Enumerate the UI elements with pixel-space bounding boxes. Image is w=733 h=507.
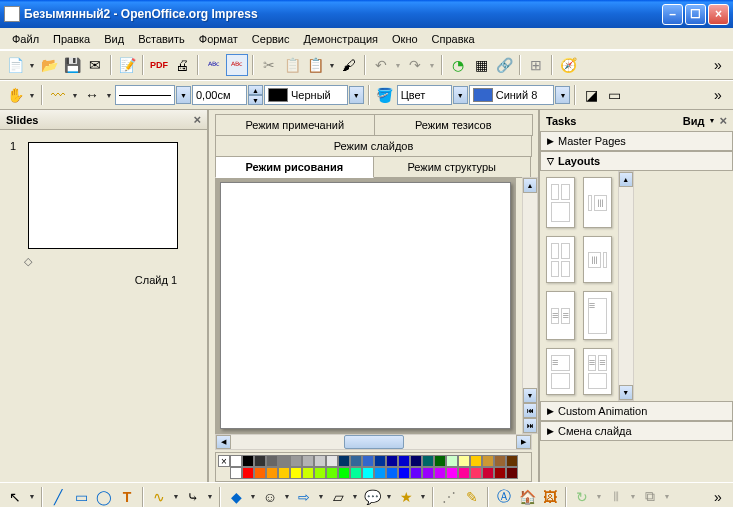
palette-color[interactable] <box>362 467 374 479</box>
connector-tool[interactable]: ⤷ <box>182 486 204 508</box>
rect-tool[interactable]: ▭ <box>70 486 92 508</box>
menu-file[interactable]: Файл <box>6 31 45 47</box>
palette-color[interactable] <box>242 455 254 467</box>
palette-color[interactable] <box>326 455 338 467</box>
palette-color[interactable] <box>278 455 290 467</box>
palette-color[interactable] <box>350 467 362 479</box>
save-button[interactable]: 💾 <box>61 54 83 76</box>
toolbar-overflow[interactable]: » <box>707 54 729 76</box>
menu-insert[interactable]: Вставить <box>132 31 191 47</box>
pointer-tool[interactable]: ↖ <box>4 486 26 508</box>
line-width-field[interactable]: 0,00см <box>192 85 247 105</box>
maximize-button[interactable]: ☐ <box>685 4 706 25</box>
palette-color[interactable] <box>434 455 446 467</box>
tab-structure[interactable]: Режим структуры <box>373 156 532 178</box>
line-color-arrow[interactable]: ▼ <box>349 86 364 104</box>
edit-points-tool[interactable]: ⋰ <box>438 486 460 508</box>
fill-type-select[interactable]: Цвет <box>397 85 452 105</box>
palette-color[interactable] <box>362 455 374 467</box>
scroll-up-arrow[interactable]: ▲ <box>523 178 537 193</box>
from-file-tool[interactable]: 🏠 <box>516 486 538 508</box>
palette-color[interactable] <box>494 455 506 467</box>
tasks-panel-close[interactable]: × <box>719 113 727 128</box>
curve-tool[interactable]: ∿ <box>148 486 170 508</box>
slide-canvas[interactable] <box>220 182 511 429</box>
palette-no-fill[interactable]: × <box>218 455 230 467</box>
menu-slideshow[interactable]: Демонстрация <box>298 31 385 47</box>
palette-color[interactable] <box>254 467 266 479</box>
palette-color[interactable] <box>482 467 494 479</box>
undo-dropdown[interactable]: ▼ <box>393 62 403 69</box>
palette-color[interactable] <box>338 455 350 467</box>
palette-color[interactable] <box>230 467 242 479</box>
palette-color[interactable] <box>350 455 362 467</box>
palette-color[interactable] <box>386 455 398 467</box>
palette-color[interactable] <box>470 467 482 479</box>
line-tool[interactable]: ╱ <box>47 486 69 508</box>
redo-dropdown[interactable]: ▼ <box>427 62 437 69</box>
scroll-left-arrow[interactable]: ◀ <box>216 435 231 449</box>
palette-color[interactable] <box>374 467 386 479</box>
fill-color-select[interactable]: Синий 8 <box>469 85 555 105</box>
menu-format[interactable]: Формат <box>193 31 244 47</box>
tab-notes[interactable]: Режим примечаний <box>215 114 375 136</box>
palette-color[interactable] <box>278 467 290 479</box>
palette-color[interactable] <box>374 455 386 467</box>
close-button[interactable]: × <box>708 4 729 25</box>
layouts-scrollbar[interactable]: ▲▼ <box>618 171 634 401</box>
line-end-start[interactable]: 〰 <box>47 84 69 106</box>
palette-color[interactable] <box>446 467 458 479</box>
chart-button[interactable]: ◔ <box>447 54 469 76</box>
width-down[interactable]: ▼ <box>248 95 263 105</box>
palette-color[interactable] <box>338 467 350 479</box>
scroll-right-arrow[interactable]: ▶ <box>516 435 531 449</box>
palette-color[interactable] <box>458 467 470 479</box>
palette-color[interactable] <box>314 467 326 479</box>
tasks-view-menu[interactable]: Вид <box>683 115 705 127</box>
menu-window[interactable]: Окно <box>386 31 424 47</box>
print-button[interactable]: 🖨 <box>171 54 193 76</box>
line-color-select[interactable]: Черный <box>264 85 348 105</box>
hscroll-thumb[interactable] <box>344 435 404 449</box>
layout-thumb[interactable] <box>546 236 575 283</box>
palette-color[interactable] <box>398 467 410 479</box>
palette-color[interactable] <box>434 467 446 479</box>
text-tool[interactable]: T <box>116 486 138 508</box>
palette-color[interactable] <box>458 455 470 467</box>
palette-color[interactable] <box>314 455 326 467</box>
fontwork-tool[interactable]: Ⓐ <box>493 486 515 508</box>
spellcheck-button[interactable]: ᴬᴮᶜ <box>203 54 225 76</box>
palette-color[interactable] <box>290 467 302 479</box>
menu-tools[interactable]: Сервис <box>246 31 296 47</box>
star-tool[interactable]: ★ <box>395 486 417 508</box>
section-slide-transition[interactable]: ▶Смена слайда <box>540 421 733 441</box>
minimize-button[interactable]: – <box>662 4 683 25</box>
ellipse-tool[interactable]: ◯ <box>93 486 115 508</box>
pdf-button[interactable]: PDF <box>148 54 170 76</box>
section-master-pages[interactable]: ▶Master Pages <box>540 131 733 151</box>
fill-bucket-icon[interactable]: 🪣 <box>374 84 396 106</box>
palette-color[interactable] <box>422 455 434 467</box>
layout-thumb[interactable]: ⫼ <box>583 236 612 283</box>
select-tool[interactable]: ✋ <box>4 84 26 106</box>
width-up[interactable]: ▲ <box>248 85 263 95</box>
palette-color[interactable] <box>422 467 434 479</box>
tasks-view-dropdown-icon[interactable]: ▼ <box>708 117 715 124</box>
palette-color[interactable] <box>230 455 242 467</box>
section-custom-animation[interactable]: ▶Custom Animation <box>540 401 733 421</box>
glue-points-tool[interactable]: ✎ <box>461 486 483 508</box>
hyperlink-button[interactable]: 🔗 <box>493 54 515 76</box>
palette-color[interactable] <box>386 467 398 479</box>
menu-help[interactable]: Справка <box>426 31 481 47</box>
fill-color-arrow[interactable]: ▼ <box>555 86 570 104</box>
rotate-tool[interactable]: ↻ <box>571 486 593 508</box>
scroll-down-arrow[interactable]: ▼ <box>523 388 537 403</box>
email-button[interactable]: ✉ <box>84 54 106 76</box>
tab-outline-top[interactable]: Режим тезисов <box>374 114 534 136</box>
edit-button[interactable]: 📝 <box>116 54 138 76</box>
new-dropdown[interactable]: ▼ <box>27 62 37 69</box>
palette-color[interactable] <box>506 467 518 479</box>
open-button[interactable]: 📂 <box>38 54 60 76</box>
layout-thumb[interactable]: ⫼ <box>583 177 612 228</box>
palette-color[interactable] <box>266 467 278 479</box>
